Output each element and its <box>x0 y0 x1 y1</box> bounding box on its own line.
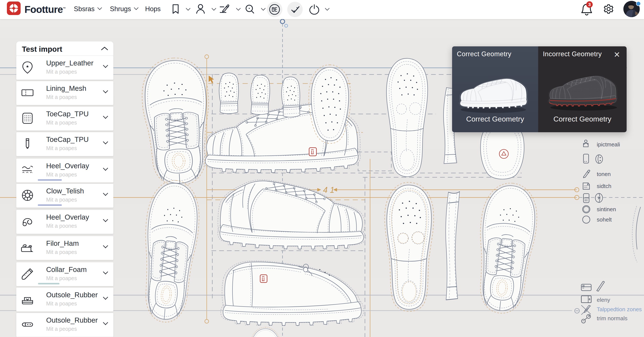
svg-text:4 1: 4 1 <box>323 186 334 194</box>
